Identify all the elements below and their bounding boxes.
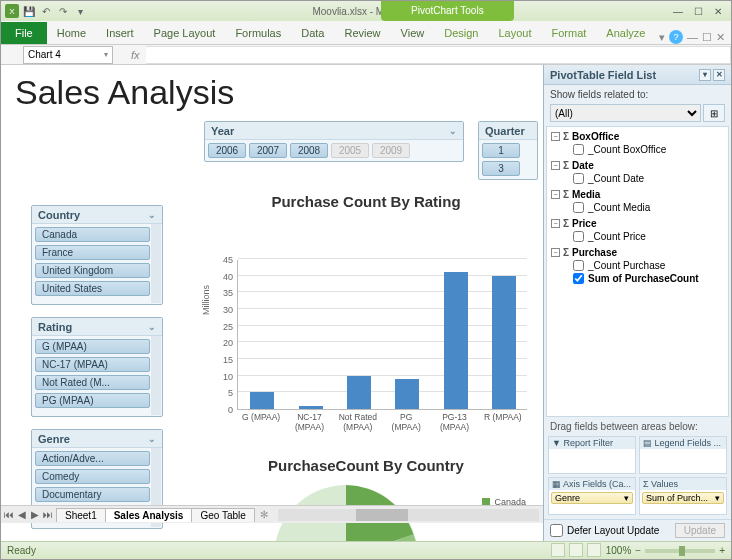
slicer-item[interactable]: Canada	[35, 227, 150, 242]
clear-filter-icon[interactable]: ⌄	[449, 126, 457, 136]
workbook-restore-button[interactable]: ☐	[702, 31, 712, 44]
area-axis-fields[interactable]: ▦ Axis Fields (Ca... Genre▾	[548, 477, 636, 515]
tab-page-layout[interactable]: Page Layout	[144, 22, 226, 44]
field-list-dropdown-icon[interactable]: ▾	[699, 69, 711, 81]
new-sheet-icon[interactable]: ✻	[254, 509, 274, 520]
expand-icon[interactable]: −	[551, 248, 560, 257]
field-tree[interactable]: −Σ BoxOffice_Count BoxOffice−Σ Date_Coun…	[546, 126, 729, 417]
zoom-slider[interactable]	[645, 549, 715, 553]
tab-data[interactable]: Data	[291, 22, 334, 44]
worksheet[interactable]: Sales Analysis Year⌄ 2006200720082005200…	[1, 65, 543, 541]
field-checkbox[interactable]	[573, 260, 584, 271]
field-list-close-icon[interactable]: ✕	[713, 69, 725, 81]
slicer-item[interactable]: United States	[35, 281, 150, 296]
expand-icon[interactable]: −	[551, 161, 560, 170]
tab-design[interactable]: Design	[434, 22, 488, 44]
name-box[interactable]: Chart 4 ▾	[23, 46, 113, 64]
slicer-item[interactable]: 2007	[249, 143, 287, 158]
redo-icon[interactable]: ↷	[56, 4, 70, 18]
horizontal-scrollbar[interactable]	[278, 509, 539, 521]
clear-filter-icon[interactable]: ⌄	[148, 322, 156, 332]
slicer-item[interactable]: France	[35, 245, 150, 260]
related-to-select[interactable]: (All)	[550, 104, 701, 122]
tab-nav-last-icon[interactable]: ⏭	[42, 509, 54, 520]
zoom-in-icon[interactable]: +	[719, 545, 725, 556]
field-checkbox[interactable]	[573, 231, 584, 242]
help-icon[interactable]: ?	[669, 30, 683, 44]
slicer-item[interactable]: G (MPAA)	[35, 339, 150, 354]
slicer-item[interactable]: 1	[482, 143, 520, 158]
slicer-item[interactable]: Comedy	[35, 469, 150, 484]
formula-input[interactable]	[146, 46, 731, 64]
defer-layout-checkbox[interactable]	[550, 524, 563, 537]
field-checkbox[interactable]	[573, 173, 584, 184]
tab-analyze[interactable]: Analyze	[596, 22, 655, 44]
slicer-item[interactable]: United Kingdom	[35, 263, 150, 278]
bar-category-label: R (MPAA)	[483, 412, 523, 422]
area-legend-fields[interactable]: ▤ Legend Fields ...	[639, 436, 727, 474]
view-normal-icon[interactable]	[551, 543, 565, 557]
ribbon-minimize-icon[interactable]: ▾	[659, 31, 665, 44]
tab-nav-first-icon[interactable]: ⏮	[3, 509, 15, 520]
slicer-item[interactable]: NC-17 (MPAA)	[35, 357, 150, 372]
sheet-tab[interactable]: Sheet1	[56, 508, 106, 522]
slicer-item[interactable]: PG (MPAA)	[35, 393, 150, 408]
slicer-item[interactable]: 2005	[331, 143, 369, 158]
workbook-minimize-button[interactable]: —	[687, 31, 698, 43]
expand-icon[interactable]: −	[551, 132, 560, 141]
bar-category-label: Not Rated (MPAA)	[338, 412, 378, 432]
name-box-dropdown-icon[interactable]: ▾	[104, 50, 108, 59]
undo-icon[interactable]: ↶	[39, 4, 53, 18]
tab-layout[interactable]: Layout	[488, 22, 541, 44]
qat-dropdown-icon[interactable]: ▾	[73, 4, 87, 18]
slicer-country[interactable]: Country⌄ CanadaFranceUnited KingdomUnite…	[31, 205, 163, 305]
slicer-rating[interactable]: Rating⌄ G (MPAA)NC-17 (MPAA)Not Rated (M…	[31, 317, 163, 417]
axis-field-chip[interactable]: Genre▾	[551, 492, 633, 504]
view-page-layout-icon[interactable]	[569, 543, 583, 557]
file-tab[interactable]: File	[1, 22, 47, 44]
clear-filter-icon[interactable]: ⌄	[148, 434, 156, 444]
expand-icon[interactable]: −	[551, 190, 560, 199]
slicer-year[interactable]: Year⌄ 20062007200820052009	[204, 121, 464, 162]
slicer-item[interactable]: 2009	[372, 143, 410, 158]
slicer-quarter[interactable]: Quarter 13	[478, 121, 538, 180]
save-icon[interactable]: 💾	[22, 4, 36, 18]
tab-format[interactable]: Format	[541, 22, 596, 44]
field-checkbox[interactable]	[573, 144, 584, 155]
view-page-break-icon[interactable]	[587, 543, 601, 557]
layout-options-icon[interactable]: ⊞	[703, 104, 725, 122]
sheet-tab[interactable]: Geo Table	[191, 508, 254, 522]
workbook-close-button[interactable]: ✕	[716, 31, 725, 44]
tab-view[interactable]: View	[391, 22, 435, 44]
slicer-item[interactable]: 2008	[290, 143, 328, 158]
update-button[interactable]: Update	[675, 523, 725, 538]
slicer-scrollbar[interactable]	[151, 224, 161, 303]
tab-home[interactable]: Home	[47, 22, 96, 44]
field-checkbox[interactable]	[573, 202, 584, 213]
slicer-item[interactable]: 3	[482, 161, 520, 176]
slicer-scrollbar[interactable]	[151, 336, 161, 415]
values-field-chip[interactable]: Sum of Purch...▾	[642, 492, 724, 504]
close-button[interactable]: ✕	[709, 4, 727, 18]
fx-icon[interactable]: fx	[131, 49, 140, 61]
slicer-item[interactable]: Documentary	[35, 487, 150, 502]
slicer-item[interactable]: 2006	[208, 143, 246, 158]
slicer-item[interactable]: Action/Adve...	[35, 451, 150, 466]
tab-nav-prev-icon[interactable]: ◀	[16, 509, 28, 520]
minimize-button[interactable]: —	[669, 4, 687, 18]
clear-filter-icon[interactable]: ⌄	[148, 210, 156, 220]
tab-insert[interactable]: Insert	[96, 22, 144, 44]
field-checkbox[interactable]	[573, 273, 584, 284]
maximize-button[interactable]: ☐	[689, 4, 707, 18]
tab-nav-next-icon[interactable]: ▶	[29, 509, 41, 520]
slicer-item[interactable]: Not Rated (M...	[35, 375, 150, 390]
area-values[interactable]: Σ Values Sum of Purch...▾	[639, 477, 727, 515]
pie-chart[interactable]: PurchaseCount By Country CanadaFrance	[201, 457, 531, 541]
sheet-tab[interactable]: Sales Analysis	[105, 508, 193, 522]
area-report-filter[interactable]: ▼ Report Filter	[548, 436, 636, 474]
bar-chart[interactable]: G (MPAA)NC-17 (MPAA)Not Rated (MPAA)PG (…	[201, 240, 531, 450]
expand-icon[interactable]: −	[551, 219, 560, 228]
tab-review[interactable]: Review	[334, 22, 390, 44]
zoom-out-icon[interactable]: −	[635, 545, 641, 556]
tab-formulas[interactable]: Formulas	[225, 22, 291, 44]
